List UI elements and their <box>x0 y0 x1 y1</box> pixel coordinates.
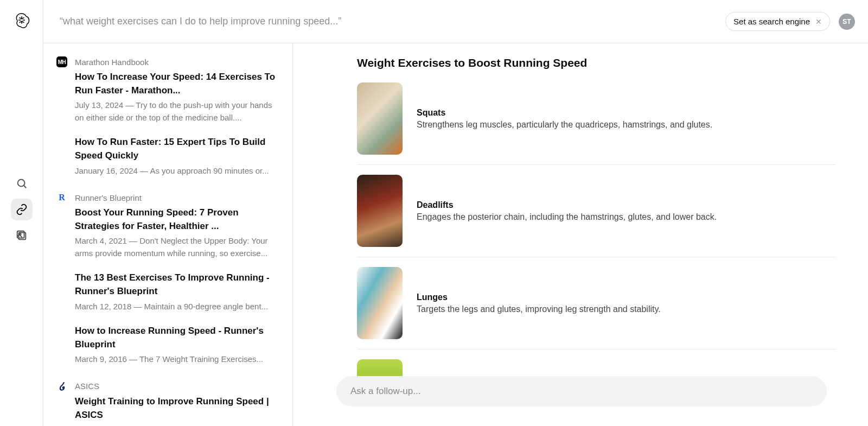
source-header: ໒ASICS <box>56 381 279 392</box>
rail-search-button[interactable] <box>11 173 33 194</box>
article-snippet: March 12, 2018 — Maintain a 90-degree an… <box>75 301 279 313</box>
followup-container <box>336 376 827 406</box>
exercise-name: Lunges <box>417 293 661 302</box>
rail-link-button[interactable] <box>11 199 33 220</box>
source-group: MHMarathon HandbookHow To Increase Your … <box>56 56 279 177</box>
svg-point-0 <box>17 180 24 187</box>
answer-title: Weight Exercises to Boost Running Speed <box>357 56 835 69</box>
exercise-name: Deadlifts <box>417 200 717 210</box>
article-title: How to Increase Running Speed - Runner's… <box>75 325 279 351</box>
source-name: Marathon Handbook <box>75 58 149 67</box>
rail-images-button[interactable] <box>11 225 33 246</box>
answer-panel: Weight Exercises to Boost Running Speed … <box>293 43 868 426</box>
exercise-description: Engages the posterior chain, including t… <box>417 212 717 222</box>
set-search-engine-button[interactable]: Set as search engine ✕ <box>725 12 830 31</box>
source-article[interactable]: How To Increase Your Speed: 14 Exercises… <box>75 71 279 124</box>
exercise-row: LungesTargets the legs and glutes, impro… <box>357 267 835 349</box>
source-name: Runner's Blueprint <box>75 193 142 202</box>
source-article[interactable]: How To Run Faster: 15 Expert Tips To Bui… <box>75 136 279 177</box>
source-header: RRunner's Blueprint <box>56 192 279 203</box>
article-title: Boost Your Running Speed: 7 Proven Strat… <box>75 206 279 233</box>
source-favicon: MH <box>56 56 67 67</box>
source-group: ໒ASICSWeight Training to Improve Running… <box>56 381 279 422</box>
article-title: How To Run Faster: 15 Expert Tips To Bui… <box>75 136 279 162</box>
exercise-image <box>357 82 403 155</box>
article-snippet: July 13, 2024 — Try to do the push-up wi… <box>75 99 279 124</box>
article-title: Weight Training to Improve Running Speed… <box>75 395 279 422</box>
set-search-engine-label: Set as search engine <box>733 17 810 26</box>
source-favicon: R <box>56 192 67 203</box>
source-name: ASICS <box>75 382 99 391</box>
source-article[interactable]: Weight Training to Improve Running Speed… <box>75 395 279 422</box>
article-snippet: March 9, 2016 — The 7 Weight Training Ex… <box>75 353 279 366</box>
header: “what weight exercises can I do to help … <box>43 0 868 43</box>
source-article[interactable]: Boost Your Running Speed: 7 Proven Strat… <box>75 206 279 259</box>
article-snippet: January 16, 2024 — As you approach 90 mi… <box>75 165 279 177</box>
exercise-description: Targets the legs and glutes, improving l… <box>417 304 661 314</box>
avatar[interactable]: ST <box>839 14 855 30</box>
article-title: The 13 Best Exercises To Improve Running… <box>75 271 279 298</box>
exercise-row: DeadliftsEngages the posterior chain, in… <box>357 175 835 257</box>
query-text: “what weight exercises can I do to help … <box>60 16 717 27</box>
article-snippet: March 4, 2021 — Don't Neglect the Upper … <box>75 235 279 259</box>
source-group: RRunner's BlueprintBoost Your Running Sp… <box>56 192 279 366</box>
exercise-image <box>357 267 403 339</box>
sources-sidebar: MHMarathon HandbookHow To Increase Your … <box>43 43 293 426</box>
followup-input[interactable] <box>336 376 827 406</box>
exercise-row: SquatsStrengthens leg muscles, particula… <box>357 82 835 165</box>
source-article[interactable]: How to Increase Running Speed - Runner's… <box>75 325 279 366</box>
source-header: MHMarathon Handbook <box>56 56 279 67</box>
article-title: How To Increase Your Speed: 14 Exercises… <box>75 71 279 97</box>
exercise-name: Squats <box>417 108 712 118</box>
close-icon[interactable]: ✕ <box>815 17 822 26</box>
left-rail <box>0 0 43 426</box>
exercise-image <box>357 175 403 247</box>
source-favicon: ໒ <box>55 380 68 392</box>
exercise-description: Strengthens leg muscles, particularly th… <box>417 120 712 130</box>
logo-icon[interactable] <box>14 12 30 28</box>
source-article[interactable]: The 13 Best Exercises To Improve Running… <box>75 271 279 313</box>
